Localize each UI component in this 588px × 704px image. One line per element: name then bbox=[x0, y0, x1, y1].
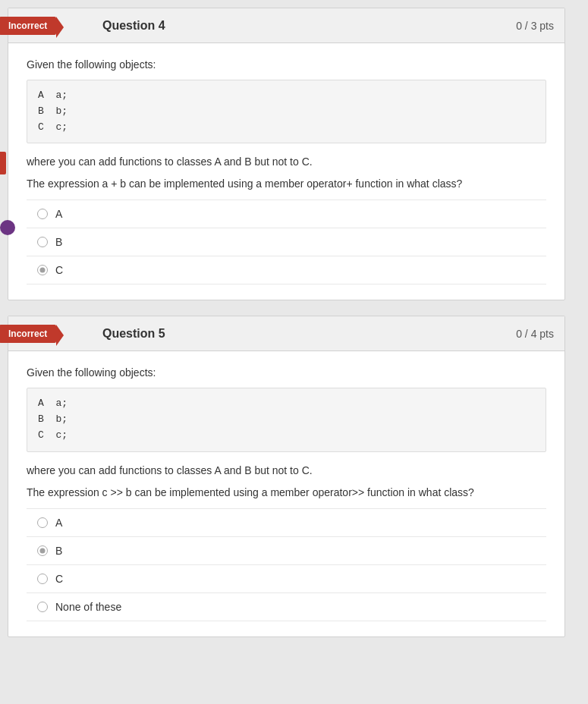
question-5-header: IncorrectQuestion 50 / 4 pts bbox=[8, 316, 564, 351]
question-5-option-3[interactable]: None of these bbox=[27, 592, 546, 621]
question-4: IncorrectQuestion 40 / 3 ptsGiven the fo… bbox=[8, 8, 565, 300]
question-4-body: Given the following objects:A a; B b; C … bbox=[8, 43, 564, 300]
question-4-badge: Incorrect bbox=[0, 17, 56, 35]
question-5-text2: The expression c >> b can be implemented… bbox=[27, 485, 546, 501]
question-4-code: A a; B b; C c; bbox=[27, 80, 546, 143]
question-4-option-2[interactable]: C bbox=[27, 256, 546, 284]
question-5-radio-0[interactable] bbox=[37, 517, 48, 528]
question-5-intro: Given the following objects: bbox=[27, 366, 546, 379]
question-5-score: 0 / 4 pts bbox=[516, 328, 554, 340]
question-5-option-label-2: C bbox=[55, 573, 63, 585]
sidebar-dot bbox=[0, 220, 15, 235]
question-4-option-1[interactable]: B bbox=[27, 228, 546, 256]
question-5-option-2[interactable]: C bbox=[27, 564, 546, 592]
question-5-radio-2[interactable] bbox=[37, 574, 48, 584]
question-5-option-label-1: B bbox=[55, 545, 62, 557]
question-5-option-0[interactable]: A bbox=[27, 508, 546, 536]
question-4-radio-2[interactable] bbox=[37, 265, 48, 275]
question-5-option-label-3: None of these bbox=[55, 601, 121, 613]
question-5-code: A a; B b; C c; bbox=[27, 388, 546, 451]
question-4-header: IncorrectQuestion 40 / 3 pts bbox=[8, 8, 564, 43]
question-5-text1: where you can add functions to classes A… bbox=[27, 463, 546, 479]
question-4-option-0[interactable]: A bbox=[27, 200, 546, 228]
question-5-radio-3[interactable] bbox=[37, 602, 48, 612]
question-5-title: Question 5 bbox=[102, 327, 165, 341]
question-4-title: Question 4 bbox=[102, 19, 165, 33]
question-4-intro: Given the following objects: bbox=[27, 58, 546, 71]
question-4-radio-0[interactable] bbox=[37, 209, 48, 219]
question-5: IncorrectQuestion 50 / 4 ptsGiven the fo… bbox=[8, 316, 565, 636]
question-5-options: ABCNone of these bbox=[27, 508, 546, 621]
question-4-options: ABC bbox=[27, 200, 546, 284]
question-4-option-label-1: B bbox=[55, 236, 62, 248]
question-5-option-1[interactable]: B bbox=[27, 536, 546, 564]
question-4-radio-1[interactable] bbox=[37, 237, 48, 247]
question-5-option-label-0: A bbox=[55, 517, 62, 529]
question-4-option-label-0: A bbox=[55, 208, 62, 220]
question-4-option-label-2: C bbox=[55, 264, 63, 276]
question-4-text2: The expression a + b can be implemented … bbox=[27, 176, 546, 192]
question-5-body: Given the following objects:A a; B b; C … bbox=[8, 351, 564, 636]
question-4-score: 0 / 3 pts bbox=[516, 20, 554, 32]
page-container: IncorrectQuestion 40 / 3 ptsGiven the fo… bbox=[0, 0, 588, 652]
sidebar-indicator bbox=[0, 152, 6, 174]
question-5-badge: Incorrect bbox=[0, 325, 56, 343]
question-5-radio-1[interactable] bbox=[37, 545, 48, 556]
question-4-text1: where you can add functions to classes A… bbox=[27, 154, 546, 170]
